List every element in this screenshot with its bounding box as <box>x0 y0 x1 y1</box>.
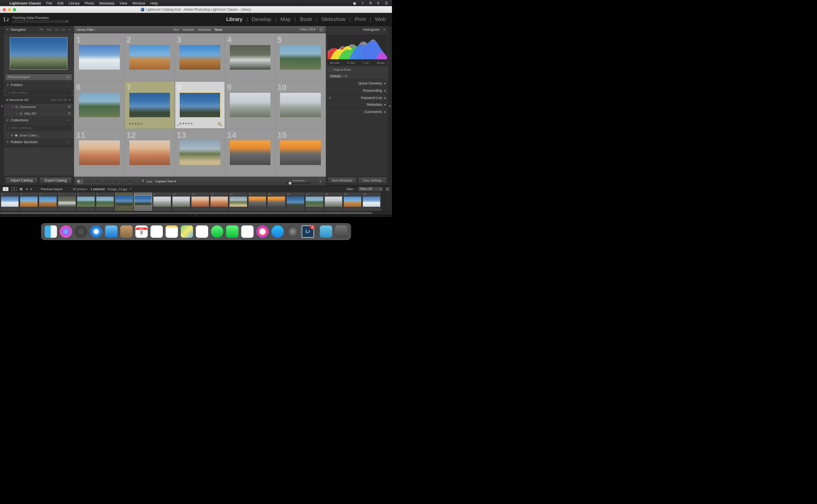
filmstrip-cell[interactable]: 15 <box>267 192 286 211</box>
dock-siri-icon[interactable] <box>60 225 72 238</box>
original-photo-checkbox[interactable]: Original Photo <box>326 67 388 73</box>
menu-view[interactable]: View <box>119 1 127 5</box>
filmstrip-cell[interactable]: 11 <box>191 192 210 211</box>
rating-stars[interactable]: ★★★★★ <box>179 122 193 125</box>
grid-cell[interactable]: 2 <box>125 34 175 81</box>
menu-library[interactable]: Library <box>69 1 80 5</box>
grid-cell[interactable]: 9 <box>226 81 275 128</box>
filmstrip-cell[interactable]: 14 <box>248 192 267 211</box>
module-slideshow[interactable]: Slideshow <box>320 16 347 22</box>
progress-cancel-icon[interactable]: ✕ <box>65 20 68 23</box>
grid-cell[interactable]: 12 <box>125 129 175 176</box>
dock-calendar-icon[interactable]: NOV8 <box>135 225 148 238</box>
add-folder-icon[interactable]: +. <box>67 84 71 86</box>
module-book[interactable]: Book <box>299 16 313 22</box>
second-window-button[interactable]: 2 <box>11 187 17 191</box>
comments-header[interactable]: Comments◀ <box>326 108 388 115</box>
grid-cell[interactable]: 6 <box>74 81 124 128</box>
filmstrip-cell[interactable]: 8★★★★★ <box>134 192 152 211</box>
filmstrip-cell[interactable]: 18 <box>324 192 343 211</box>
notification-icon[interactable]: ◼ <box>353 1 356 5</box>
filter-text[interactable]: Text <box>173 28 178 31</box>
grid-cell[interactable]: 7★★★★★ <box>125 81 175 128</box>
dock-itunes-icon[interactable] <box>257 225 269 238</box>
grid-cell[interactable]: 10 <box>276 81 325 128</box>
menu-file[interactable]: File <box>46 1 52 5</box>
filmstrip-cell[interactable]: 20 <box>362 192 381 211</box>
compare-view-icon[interactable] <box>95 179 101 184</box>
filmstrip-cell[interactable]: 4 <box>58 192 76 211</box>
airplay-icon[interactable]: ⧉ <box>369 1 372 5</box>
breadcrumb-source[interactable]: Previous Import <box>41 187 62 191</box>
chevron-down-icon[interactable]: ▼ <box>130 188 132 190</box>
dock-news-icon[interactable] <box>241 225 254 238</box>
navigator-preview[interactable] <box>10 37 67 70</box>
menu-edit[interactable]: Edit <box>57 1 63 5</box>
grid-cell[interactable]: 15 <box>276 129 325 176</box>
folders-filter-input[interactable]: ⚲ Filter Folders <box>5 90 72 95</box>
loupe-view-icon[interactable] <box>86 179 92 184</box>
grid-cell[interactable]: 1 <box>74 34 124 81</box>
dock-appstore-icon[interactable] <box>272 225 284 238</box>
dock-trash-icon[interactable] <box>335 225 348 238</box>
dock-launchpad-icon[interactable] <box>75 225 87 238</box>
menu-photo[interactable]: Photo <box>85 1 94 5</box>
main-window-button[interactable]: 1 <box>3 187 8 191</box>
filmstrip-scrollbar[interactable] <box>0 211 392 214</box>
dock-finder-icon[interactable] <box>45 225 57 238</box>
filmstrip-cell[interactable]: 1 <box>1 192 19 211</box>
module-print[interactable]: Print <box>354 16 367 22</box>
add-publish-icon[interactable]: +. <box>67 141 71 143</box>
filter-lock-icon[interactable] <box>386 187 389 191</box>
filmstrip-cell[interactable]: 3 <box>39 192 57 211</box>
dock-preferences-icon[interactable] <box>287 225 299 238</box>
survey-view-icon[interactable] <box>104 179 110 184</box>
go-back-icon[interactable]: ◀ <box>25 187 27 191</box>
volume-row[interactable]: Macintosh HD 14.9 / 42.7 GB ▼ <box>4 96 74 103</box>
sync-metadata-button[interactable]: Sync Metadata <box>328 177 356 184</box>
filmstrip-collapse-grip[interactable]: ▼ <box>0 214 392 217</box>
add-collection-icon[interactable]: +. <box>67 119 71 122</box>
sort-direction-icon[interactable]: ⇅ <box>142 179 144 184</box>
nav-mode-1to1[interactable]: 1:1 <box>54 28 60 31</box>
window-close-button[interactable] <box>3 8 6 11</box>
thumbnail-grid[interactable]: 1234567★★★★★8★★★★★↵↳9101112131415 <box>74 33 326 177</box>
filmstrip-cell[interactable]: 7★★★★★ <box>115 192 133 211</box>
dock-facetime-icon[interactable] <box>226 225 239 238</box>
filmstrip-cell[interactable]: 10 <box>172 192 190 211</box>
grid-cell[interactable]: 13 <box>175 129 225 176</box>
window-zoom-button[interactable] <box>13 8 16 11</box>
people-view-icon[interactable] <box>112 179 119 184</box>
filmstrip-cell[interactable]: 5 <box>77 192 95 211</box>
module-develop[interactable]: Develop <box>251 16 273 22</box>
chevron-down-icon[interactable]: ▼ <box>69 99 71 101</box>
dock-photos-icon[interactable] <box>196 225 208 238</box>
sort-value[interactable]: Capture Time ▾ <box>155 180 176 183</box>
menu-help[interactable]: Help <box>150 1 158 5</box>
dock-mail-icon[interactable] <box>105 225 117 238</box>
add-keyword-icon[interactable]: + <box>329 96 331 100</box>
export-catalog-button[interactable]: Export Catalog <box>39 177 72 184</box>
dock-lightroom-icon[interactable]: Lr1 <box>302 225 314 238</box>
dock-safari-icon[interactable] <box>90 225 102 238</box>
nav-mode-zoom[interactable]: 3:1 <box>61 28 66 31</box>
folders-header[interactable]: ▼ Folders +. <box>4 81 74 89</box>
quick-develop-header[interactable]: Quick Develop◀ <box>326 79 388 87</box>
grid-cell[interactable]: 4 <box>226 34 275 81</box>
module-map[interactable]: Map <box>280 16 292 22</box>
filmstrip-filter-select[interactable]: Filters Off▾ <box>358 187 383 192</box>
menu-window[interactable]: Window <box>132 1 145 5</box>
keywording-header[interactable]: Keywording◀ <box>326 87 388 94</box>
rotate-right-icon[interactable]: ↳ <box>220 123 223 127</box>
filters-off-dropdown[interactable]: Filters Off ▾ <box>300 28 316 31</box>
import-catalog-button[interactable]: Import Catalog <box>5 177 38 184</box>
app-name[interactable]: Lightroom Classic <box>10 1 41 5</box>
histogram-display[interactable]: ISO 100 17 mm f / 14 1/5 sec <box>327 34 387 66</box>
dock-maps-icon[interactable] <box>181 225 193 238</box>
toolbar-dropdown-icon[interactable]: ▼ <box>318 179 323 184</box>
dock-notes-icon[interactable] <box>166 225 178 238</box>
grid-cell[interactable]: 14 <box>226 129 275 176</box>
window-minimize-button[interactable] <box>8 8 11 11</box>
right-panel-collapse[interactable]: ▶ <box>389 26 392 186</box>
dock-reminders-icon[interactable] <box>151 225 163 238</box>
